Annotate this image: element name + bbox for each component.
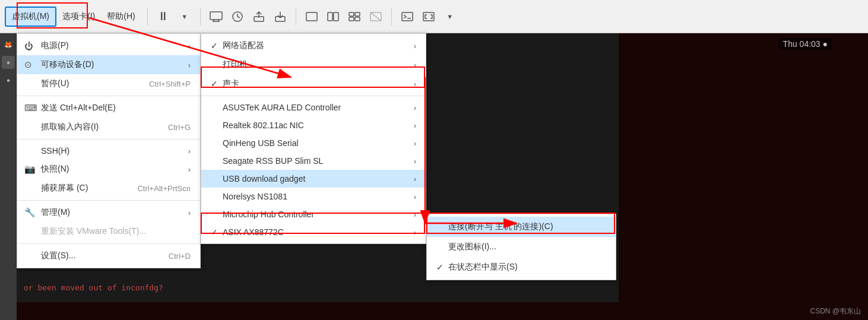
menu-item-grab[interactable]: 抓取输入内容(I) Ctrl+G	[17, 118, 200, 137]
time-display: Thu 04:03 ●	[778, 38, 832, 50]
sidebar-icon-3[interactable]: ●	[2, 74, 15, 87]
download-btn[interactable]	[271, 7, 290, 26]
check-icon: ✓	[436, 262, 448, 272]
menu-separator-3	[17, 200, 200, 201]
svg-line-19	[370, 12, 381, 21]
svg-rect-16	[349, 17, 354, 21]
arrow-icon: ›	[188, 165, 191, 174]
menu-item-power[interactable]: ⏻ 电源(P) ›	[17, 36, 200, 55]
removable-icon: ⊙	[24, 59, 32, 70]
svg-rect-20	[402, 12, 413, 21]
svg-rect-11	[306, 12, 317, 21]
menu-item-snapshot[interactable]: 📷 快照(N) ›	[17, 160, 200, 179]
menu-item-removable[interactable]: ⊙ 可移动设备(D) ›	[17, 55, 200, 74]
menu-help[interactable]: 帮助(H)	[101, 8, 141, 26]
submenu-item-sound[interactable]: ✓ 声卡 ›	[201, 74, 426, 93]
svg-rect-14	[349, 12, 354, 16]
arrow-icon: ›	[188, 61, 191, 69]
submenu-item-microchip[interactable]: Microchip Hub Controller ›	[201, 205, 426, 223]
check-icon: ✓	[211, 79, 223, 88]
menu-item-capture[interactable]: 捕获屏幕 (C) Ctrl+Alt+PrtScn	[17, 179, 200, 198]
check-icon: ✓	[211, 41, 223, 50]
svg-rect-17	[355, 17, 360, 21]
svg-rect-12	[328, 12, 332, 21]
menu-separator-1	[17, 96, 200, 96]
submenu-item-realtek[interactable]: Realtek 802.11ac NIC ›	[201, 116, 426, 134]
keyboard-icon: ⌨	[24, 103, 37, 113]
arrow-icon: ›	[414, 42, 416, 50]
submenu-separator	[201, 96, 426, 96]
arrow-icon: ›	[414, 210, 416, 219]
snapshot-icon: 📷	[24, 164, 36, 175]
menu-separator-4	[17, 243, 200, 244]
menu-item-manage[interactable]: 🔧 管理(M) ›	[17, 203, 200, 222]
submenu-item-asustek[interactable]: ASUSTeK AURA LED Controller ›	[201, 99, 426, 116]
usb-gadget-submenu: 连接(断开与 主机 的连接)(C) 更改图标(I)... ✓ 在状态栏中显示(S…	[426, 214, 616, 280]
pause-dropdown-btn[interactable]: ▼	[175, 7, 194, 26]
view-single-btn[interactable]	[302, 7, 321, 26]
arrow-icon: ›	[414, 157, 416, 166]
svg-rect-13	[334, 12, 338, 21]
arrow-icon: ›	[414, 121, 416, 130]
svg-rect-15	[355, 12, 360, 16]
toolbar-separator	[147, 8, 148, 26]
submenu-item-network[interactable]: ✓ 网络适配器 ›	[201, 36, 426, 55]
bottom-bar: CSDN @韦东山	[0, 302, 868, 320]
arrow-icon: ›	[414, 103, 416, 112]
submenu2-item-show-status[interactable]: ✓ 在状态栏中显示(S)	[427, 257, 616, 277]
toolbar-separator-2	[200, 8, 201, 26]
monitor-btn[interactable]	[207, 7, 226, 26]
expand-dropdown-btn[interactable]: ▼	[441, 7, 460, 26]
menu-tabs[interactable]: 选项卡(I)	[56, 8, 101, 26]
menu-item-ssh[interactable]: SSH(H) ›	[17, 142, 200, 160]
submenu2-item-connect[interactable]: 连接(断开与 主机 的连接)(C)	[427, 217, 616, 237]
arrow-icon: ›	[188, 147, 191, 156]
submenu-item-usb-gadget[interactable]: USB download gadget ›	[201, 170, 426, 188]
toolbar-separator-4	[391, 8, 392, 26]
expand-btn[interactable]	[419, 7, 438, 26]
submenu-item-seagate[interactable]: Seagate RSS BUP Slim SL ›	[201, 152, 426, 170]
check-icon: ✓	[211, 227, 223, 237]
menu-separator-2	[17, 139, 200, 140]
sidebar-icon-1[interactable]: 🦊	[2, 38, 15, 51]
clock-btn[interactable]	[228, 7, 247, 26]
menu-item-reinstall[interactable]: 重新安装 VMware Tools(T)...	[17, 222, 200, 241]
power-icon: ⏻	[24, 41, 33, 51]
arrow-icon: ›	[414, 139, 416, 148]
removable-devices-submenu: ✓ 网络适配器 › 打印机 › ✓ 声卡 › ASUSTeK AURA LED …	[201, 33, 426, 244]
view-tabs-btn[interactable]	[345, 7, 364, 26]
menu-bar: 虚拟机(M) 选项卡(I) 帮助(H)	[5, 7, 141, 27]
pause-btn[interactable]: ⏸	[154, 7, 173, 26]
arrow-icon: ›	[414, 192, 416, 201]
svg-rect-0	[210, 12, 222, 20]
menu-item-settings[interactable]: 设置(S)... Ctrl+D	[17, 246, 200, 265]
arrow-icon: ›	[414, 61, 416, 69]
toolbar: 虚拟机(M) 选项卡(I) 帮助(H) ⏸ ▼ ▼	[0, 0, 868, 33]
svg-line-6	[237, 17, 240, 18]
arrow-icon: ›	[414, 80, 416, 88]
submenu2-item-change-icon[interactable]: 更改图标(I)...	[427, 237, 616, 257]
submenu-item-norelsys[interactable]: Norelsys NS1081 ›	[201, 188, 426, 205]
submenu-item-asix[interactable]: ✓ ASIX AX88772C ›	[201, 223, 426, 241]
menu-item-ctrlaltdel[interactable]: ⌨ 发送 Ctrl+Alt+Del(E)	[17, 99, 200, 118]
arrow-icon: ›	[414, 175, 416, 183]
upload-btn[interactable]	[249, 7, 268, 26]
terminal-btn[interactable]	[398, 7, 417, 26]
menu-vm[interactable]: 虚拟机(M)	[5, 7, 56, 27]
menu-item-pause[interactable]: 暂停(U) Ctrl+Shift+P	[17, 74, 200, 93]
submenu-item-printer[interactable]: 打印机 ›	[201, 55, 426, 74]
submenu-item-qinheng[interactable]: QinHeng USB Serial ›	[201, 134, 426, 152]
vm-menu-dropdown: ⏻ 电源(P) › ⊙ 可移动设备(D) › 暂停(U) Ctrl+Shift+…	[17, 33, 201, 268]
sidebar-icon-2[interactable]: ●	[2, 56, 15, 69]
view-disabled-btn[interactable]	[366, 7, 385, 26]
sidebar: 🦊 ● ●	[0, 33, 17, 320]
arrow-icon: ›	[188, 42, 191, 50]
manage-icon: 🔧	[24, 207, 36, 218]
arrow-icon: ›	[188, 208, 191, 217]
toolbar-separator-3	[296, 8, 296, 26]
view-split-btn[interactable]	[324, 7, 343, 26]
arrow-icon: ›	[414, 228, 416, 237]
